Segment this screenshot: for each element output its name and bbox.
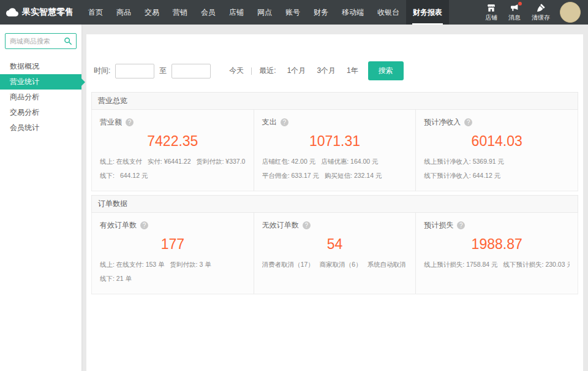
top-nav-item[interactable]: 账号 [279,0,307,25]
quick-filter-option[interactable]: 3个月 [317,66,336,76]
help-icon[interactable]: ? [140,221,148,229]
stat-detail: 实付: ¥6441.22 [148,158,191,166]
help-icon[interactable]: ? [281,118,288,126]
topbar-action-label: 消息 [508,13,521,22]
stat-card-title: 有效订单数? [100,220,246,231]
sidebar-item[interactable]: 交易分析 [0,105,81,120]
stat-detail: 系统自动取消（31） [368,261,408,269]
stat-detail: 线下预计损失: 230.03 元 [503,261,570,269]
stat-detail: 购买短信: 232.14 元 [325,172,382,180]
stat-detail-row: 线上: 在线支付: 153 单货到付款: 3 单 [100,261,246,269]
sidebar: 数据概况营业统计商品分析交易分析会员统计 [0,25,81,371]
stat-value: 54 [262,236,408,253]
top-nav-item[interactable]: 收银台 [371,0,406,25]
topbar-action-shop[interactable]: 店铺 [485,3,497,22]
start-date-input[interactable] [115,64,154,78]
stat-card-title: 无效订单数? [262,220,408,231]
stat-card-title-text: 有效订单数 [100,220,137,231]
topbar-action-messages[interactable]: 消息 [508,3,521,22]
stat-detail-row: 线上: 在线支付实付: ¥6441.22货到付款: ¥337.01 [100,158,246,166]
topbar: 果实智慧零售 首页商品交易营销会员店铺网点账号财务移动端收银台财务报表 店铺消息… [0,0,588,25]
main-content: 时间: 至 今天 最近: 1个月3个月1年 搜索 营业总览营业额?7422.35… [81,25,588,371]
stat-detail: 线下: [100,172,115,180]
top-nav-item[interactable]: 营销 [166,0,194,25]
stat-detail: 线上预计净收入: 5369.91 元 [424,158,504,166]
stat-cards: 营业额?7422.35线上: 在线支付实付: ¥6441.22货到付款: ¥33… [91,110,578,191]
to-label: 至 [159,66,167,76]
stat-card: 预计损失?1988.87线上预计损失: 1758.84 元线下预计损失: 230… [415,213,578,294]
sidebar-item[interactable]: 商品分析 [0,90,81,105]
top-nav-item[interactable]: 首页 [81,0,110,25]
stat-card-title-text: 无效订单数 [262,220,299,231]
app-logo[interactable]: 果实智慧零售 [0,0,81,25]
stat-detail: 店铺优惠: 164.00 元 [321,158,378,166]
stat-card: 营业额?7422.35线上: 在线支付实付: ¥6441.22货到付款: ¥33… [92,110,254,191]
stat-card: 无效订单数?54消费者取消（17）商家取消（6）系统自动取消（31） [254,213,416,294]
stat-detail-row: 线下: 21 单 [100,275,246,283]
stat-detail-row: 线下:644.12 元 [100,172,246,180]
sidebar-item[interactable]: 营业统计 [0,74,81,90]
stat-value: 177 [100,236,246,253]
divider [251,67,252,75]
search-input[interactable] [6,37,64,45]
megaphone-icon [510,3,519,13]
search-button[interactable]: 搜索 [368,61,404,80]
stat-detail-row: 平台佣金: 633.17 元购买短信: 232.14 元 [262,172,408,180]
stat-card-title: 预计净收入? [424,117,570,128]
help-icon[interactable]: ? [126,118,134,126]
stat-detail-row: 消费者取消（17）商家取消（6）系统自动取消（31） [262,261,408,269]
top-nav: 首页商品交易营销会员店铺网点账号财务移动端收银台财务报表 [81,0,449,25]
user-avatar[interactable] [560,2,581,23]
search-icon[interactable] [64,37,72,45]
topbar-actions: 店铺消息清缓存 [485,3,550,22]
stat-card-title-text: 预计损失 [424,220,453,231]
broom-icon [536,3,546,13]
help-icon[interactable]: ? [303,221,311,229]
cloud-logo-icon [6,6,18,18]
stat-detail: 消费者取消（17） [262,261,314,269]
help-icon[interactable]: ? [464,118,472,126]
sidebar-item[interactable]: 数据概况 [0,59,81,74]
stat-detail-row: 线上预计损失: 1758.84 元线下预计损失: 230.03 元 [424,261,570,269]
top-nav-item[interactable]: 店铺 [222,0,251,25]
quick-filter-today[interactable]: 今天 [229,66,244,76]
stat-detail: 货到付款: ¥337.01 [196,158,245,166]
stat-detail: 线上: 在线支付 [100,158,142,166]
sidebar-search [5,33,77,49]
quick-filter-options: 1个月3个月1年 [276,66,358,76]
stat-detail: 线上预计损失: 1758.84 元 [424,261,497,269]
stat-cards: 有效订单数?177线上: 在线支付: 153 单货到付款: 3 单线下: 21 … [91,213,578,294]
stat-detail: 商家取消（6） [320,261,362,269]
stat-detail: 线下: 21 单 [100,275,132,283]
top-nav-item[interactable]: 财务报表 [406,0,449,25]
top-nav-item[interactable]: 财务 [307,0,335,25]
time-label: 时间: [94,66,110,76]
quick-filter-option[interactable]: 1个月 [287,66,306,76]
sidebar-item[interactable]: 会员统计 [0,120,81,136]
stat-detail-row: 线上预计净收入: 5369.91 元 [424,158,570,166]
quick-filter-option[interactable]: 1年 [347,66,358,76]
help-icon[interactable]: ? [457,221,465,229]
stat-detail: 644.12 元 [120,172,148,180]
top-nav-item[interactable]: 移动端 [335,0,371,25]
end-date-input[interactable] [172,64,211,78]
stat-value: 1071.31 [262,133,408,150]
stat-card-title: 营业额? [100,117,246,128]
top-nav-item[interactable]: 网点 [251,0,279,25]
stat-card-title-text: 营业额 [100,117,122,128]
topbar-right: 店铺消息清缓存 [485,0,588,25]
shop-icon [486,3,496,13]
stat-card-title-text: 预计净收入 [424,117,461,128]
sidebar-menu: 数据概况营业统计商品分析交易分析会员统计 [0,59,81,136]
top-nav-item[interactable]: 商品 [110,0,138,25]
top-nav-item[interactable]: 会员 [194,0,222,25]
stat-detail: 店铺红包: 42.00 元 [262,158,316,166]
top-nav-item[interactable]: 交易 [138,0,166,25]
notification-badge [518,2,522,6]
filter-bar: 时间: 至 今天 最近: 1个月3个月1年 搜索 [86,61,583,80]
stat-value: 7422.35 [100,133,246,150]
topbar-action-clear-cache[interactable]: 清缓存 [532,3,550,22]
page-layout: 数据概况营业统计商品分析交易分析会员统计 时间: 至 今天 最近: 1个月3个月… [0,25,588,371]
stat-card-title-text: 支出 [262,117,277,128]
stat-card-title: 预计损失? [424,220,570,231]
